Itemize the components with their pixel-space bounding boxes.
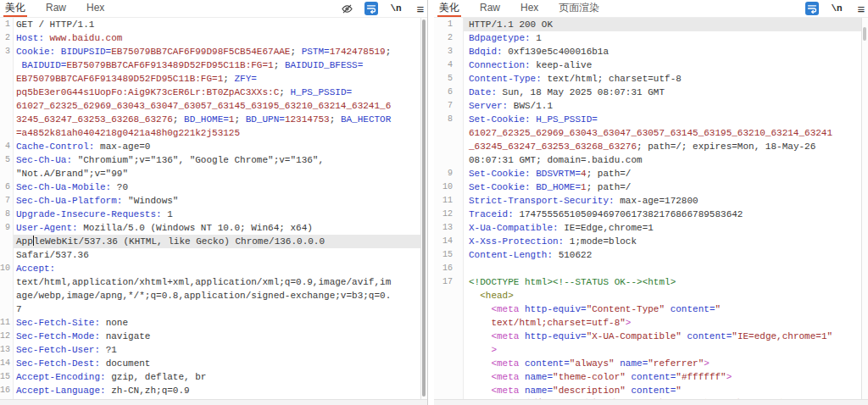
line-number: 16 <box>0 384 14 397</box>
request-tabs: 美化RawHex <box>5 0 125 17</box>
request-horizontal-scrollbar[interactable] <box>0 399 427 405</box>
code-text: <meta name="description" content=" <box>464 384 862 397</box>
code-text: pq5bE3er0G44s1UopFo:Aig9K73cER6Lr:BT0ZpA… <box>14 86 421 99</box>
newline-label: \n <box>390 3 401 14</box>
code-text: <head> <box>464 289 862 302</box>
code-text: Sec-Fetch-Dest: document <box>14 357 421 370</box>
code-text: Accept-Language: zh-CN,zh;q=0.9 <box>14 384 421 397</box>
code-text: Traceid: 1747555651050946970617382176866… <box>464 208 862 221</box>
tab-response-Raw[interactable]: Raw <box>480 0 500 17</box>
response-tabs: 美化RawHex页面渲染 <box>439 0 620 17</box>
code-row: =a4852k81ah0404218g0421a48h0g221k2j53125 <box>0 126 421 140</box>
code-row: 16 <box>434 262 862 275</box>
code-text: text/html;charset=utf-8"> <box>464 316 862 330</box>
response-panel: 美化RawHex页面渲染 \n≡ 1HTTP/1.1 200 OK2Bdpage… <box>434 0 868 405</box>
code-row: <meta http-equiv="X-UA-Compatible" conte… <box>434 330 862 343</box>
line-number: 9 <box>434 167 464 180</box>
code-text: Upgrade-Insecure-Requests: 1 <box>14 208 421 221</box>
code-row: 17<!DOCTYPE html><!--STATUS OK--><html> <box>434 275 862 289</box>
code-text: Bdqid: 0xf139e5c400016b1a <box>464 45 862 58</box>
code-text: Sec-Fetch-User: ?1 <box>14 343 421 357</box>
code-text <box>464 262 862 275</box>
tab-request-美化[interactable]: 美化 <box>5 0 25 17</box>
code-text: > <box>464 343 862 357</box>
code-row: 2Bdpagetype: 1 <box>434 31 862 45</box>
newline-mode-icon[interactable]: \n <box>389 2 403 15</box>
code-text: 61027_62325_62969_63043_63047_63057_6314… <box>464 126 862 140</box>
line-number <box>0 99 14 113</box>
request-vertical-scrollbar-thumb[interactable] <box>422 19 426 397</box>
code-row: "Not.A/Brand";v="99" <box>0 167 421 180</box>
code-row: 1HTTP/1.1 200 OK <box>434 18 862 31</box>
code-row: BAIDUID=EB75079BB7CAF6F913489D52FD95C11B… <box>0 58 421 72</box>
request-code-editor[interactable]: 1GET / HTTP/1.12Host: www.baidu.com3Cook… <box>0 17 421 400</box>
code-row: 11Sec-Fetch-Site: none <box>0 316 421 330</box>
code-row: 2Host: www.baidu.com <box>0 31 421 45</box>
code-row: <meta name="theme-color" content="#fffff… <box>434 370 862 384</box>
code-text: <meta content="always" name="referrer"> <box>464 357 862 370</box>
code-text: 61027_62325_62969_63043_63047_63057_6314… <box>14 99 421 113</box>
line-number <box>434 357 464 370</box>
code-row: <head> <box>434 289 862 302</box>
line-number <box>0 72 14 86</box>
code-text: Accept: <box>14 262 421 275</box>
code-row: 7Server: BWS/1.1 <box>434 99 862 113</box>
line-number: 2 <box>0 31 14 45</box>
word-wrap-icon[interactable] <box>364 2 378 15</box>
response-horizontal-scrollbar[interactable] <box>434 399 868 405</box>
code-row: <meta content="always" name="referrer"> <box>434 357 862 370</box>
code-row: 8Upgrade-Insecure-Requests: 1 <box>0 208 421 221</box>
line-number: 16 <box>434 262 464 275</box>
code-text: Set-Cookie: BD_HOME=1; path=/ <box>464 180 862 194</box>
response-code-editor[interactable]: 1HTTP/1.1 200 OK2Bdpagetype: 13Bdqid: 0x… <box>434 17 862 400</box>
line-number <box>434 140 464 153</box>
tab-request-Hex[interactable]: Hex <box>86 0 104 17</box>
tab-request-Raw[interactable]: Raw <box>46 0 66 17</box>
code-row: 5Sec-Ch-Ua: "Chromium";v="136", "Google … <box>0 153 421 167</box>
code-row: 61027_62325_62969_63043_63047_63057_6314… <box>434 126 862 140</box>
code-row: 12Traceid: 17475556510509469706173821768… <box>434 208 862 221</box>
hide-preview-icon[interactable] <box>340 2 353 15</box>
code-row: 9Set-Cookie: BDSVRTM=4; path=/ <box>434 167 862 180</box>
code-row: AppleWebKit/537.36 (KHTML, like Gecko) C… <box>0 235 421 248</box>
code-text: "Not.A/Brand";v="99" <box>14 167 421 180</box>
code-text: Date: Sun, 18 May 2025 08:07:31 GMT <box>464 86 862 99</box>
code-row: 14Sec-Fetch-Dest: document <box>0 357 421 370</box>
line-number: 6 <box>0 180 14 194</box>
response-vertical-scrollbar-thumb[interactable] <box>863 27 866 41</box>
line-number <box>434 316 464 330</box>
code-row: 13Sec-Fetch-User: ?1 <box>0 343 421 357</box>
response-vertical-scrollbar[interactable] <box>861 17 868 400</box>
request-tabbar: 美化RawHex \n≡ <box>0 0 427 18</box>
code-row: 6Sec-Ch-Ua-Mobile: ?0 <box>0 180 421 194</box>
line-number: 14 <box>434 235 464 248</box>
line-number: 6 <box>434 86 464 99</box>
code-row: text/html;charset=utf-8"> <box>434 316 862 330</box>
code-row: > <box>434 343 862 357</box>
code-text: <meta http-equiv="X-UA-Compatible" conte… <box>464 330 862 343</box>
tab-response-美化[interactable]: 美化 <box>439 0 459 17</box>
line-number: 10 <box>0 262 14 275</box>
tab-response-页面渲染[interactable]: 页面渲染 <box>559 0 599 17</box>
code-text: Sec-Ch-Ua: "Chromium";v="136", "Google C… <box>14 153 421 167</box>
code-row: 1GET / HTTP/1.1 <box>0 18 421 31</box>
code-row: text/html,application/xhtml+xml,applicat… <box>0 275 421 289</box>
code-row: 8Set-Cookie: H_PS_PSSID= <box>434 113 862 126</box>
code-text: Sec-Fetch-Site: none <box>14 316 421 330</box>
line-number: 1 <box>0 18 14 31</box>
code-text: <meta name="theme-color" content="#fffff… <box>464 370 862 384</box>
response-tabbar: 美化RawHex页面渲染 \n≡ <box>434 0 868 18</box>
line-number: 4 <box>434 58 464 72</box>
panel-splitter[interactable] <box>428 0 434 405</box>
word-wrap-icon[interactable] <box>805 2 819 15</box>
code-text: Host: www.baidu.com <box>14 31 421 45</box>
line-number: 7 <box>0 194 14 208</box>
more-menu-icon[interactable]: ≡ <box>414 2 427 15</box>
tab-response-Hex[interactable]: Hex <box>520 0 538 17</box>
newline-mode-icon[interactable]: \n <box>830 2 843 15</box>
code-row: 13X-Ua-Compatible: IE=Edge,chrome=1 <box>434 221 862 235</box>
line-number <box>0 248 14 262</box>
code-text: Safari/537.36 <box>14 248 421 262</box>
more-menu-icon[interactable]: ≡ <box>854 2 868 15</box>
request-vertical-scrollbar[interactable] <box>420 17 427 400</box>
